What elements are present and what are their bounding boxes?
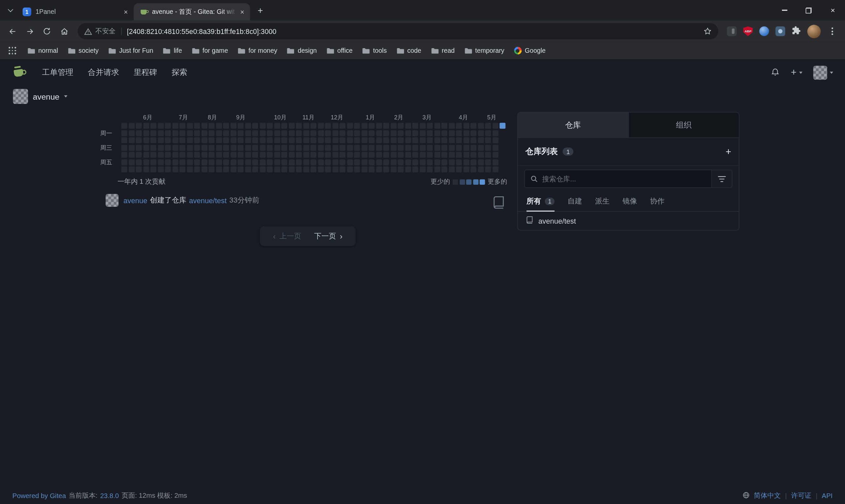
heatmap-cell <box>325 159 331 165</box>
bookmark-item[interactable]: for game <box>187 45 233 57</box>
context-user-switcher[interactable]: avenue <box>13 89 67 104</box>
bookmark-item[interactable]: Just for Fun <box>104 45 158 57</box>
security-chip[interactable]: 不安全 <box>84 27 116 36</box>
adblock-plus-icon[interactable] <box>743 26 753 36</box>
notifications-bell-icon[interactable] <box>771 67 780 78</box>
heatmap-cell <box>245 130 251 136</box>
url-text: [2408:8210:4810:55e0:8a39:b1ff:fe1b:8c0]… <box>127 27 276 35</box>
heatmap-cell <box>485 152 491 158</box>
heatmap-cell <box>485 137 491 143</box>
heatmap-month-label: 11月 <box>302 113 315 121</box>
heatmap-cell <box>288 137 295 143</box>
forward-icon[interactable] <box>21 23 38 39</box>
repo-filter-button[interactable] <box>712 169 733 188</box>
bookmark-item[interactable]: design <box>282 45 322 57</box>
bookmark-item[interactable]: for money <box>233 45 282 57</box>
heatmap-legend-square <box>453 179 458 184</box>
heatmap-legend-square <box>480 179 485 184</box>
heatmap-cell <box>369 137 375 143</box>
browser-tab-1panel[interactable]: 1Panel × <box>17 3 134 20</box>
heatmap-cell <box>143 166 149 172</box>
heatmap-cell <box>420 144 425 150</box>
tab-organizations[interactable]: 组织 <box>628 112 739 137</box>
heatmap-cell <box>362 123 367 129</box>
heatmap-cell <box>136 159 142 165</box>
heatmap-cell <box>230 144 236 150</box>
reload-icon[interactable] <box>39 23 55 39</box>
home-icon[interactable] <box>56 23 72 39</box>
repo-count-badge: 1 <box>562 147 573 155</box>
gitea-nav-item[interactable]: 探索 <box>172 67 187 77</box>
heatmap-cell <box>209 144 214 150</box>
close-tab-icon[interactable]: × <box>121 7 130 17</box>
bookmark-item[interactable]: society <box>63 45 104 57</box>
apps-grid-icon[interactable] <box>8 47 16 54</box>
bookmark-item[interactable]: normal <box>23 45 63 57</box>
repo-filter-tab[interactable]: 协作 <box>650 197 665 211</box>
create-new-button[interactable]: + <box>791 67 803 78</box>
heatmap-cell <box>172 123 178 129</box>
repo-list-item[interactable]: avenue/test <box>518 212 739 230</box>
api-link[interactable]: API <box>822 492 833 499</box>
bookmark-item[interactable]: Google <box>509 45 550 57</box>
bookmark-item[interactable]: life <box>158 45 187 57</box>
heatmap-cell <box>376 159 382 165</box>
heatmap-cell <box>463 144 469 150</box>
repo-filter-tab[interactable]: 所有 1 <box>527 197 554 211</box>
browser-menu-icon[interactable] <box>827 25 838 37</box>
heatmap-cell <box>463 166 469 172</box>
new-repo-button[interactable]: + <box>725 147 731 156</box>
close-tab-icon[interactable]: × <box>237 7 247 17</box>
language-link[interactable]: 简体中文 <box>754 491 781 500</box>
heatmap-cell <box>354 166 360 172</box>
heatmap-cell <box>362 130 367 136</box>
repo-filter-tab[interactable]: 自建 <box>567 197 582 211</box>
bookmark-item[interactable]: office <box>321 45 357 57</box>
browser-tab-gitea[interactable]: avenue - 首页 - Gitea: Git wit × <box>134 3 250 20</box>
next-page-button[interactable]: 下一页 › <box>314 231 342 241</box>
repo-filter-tab[interactable]: 镜像 <box>622 197 637 211</box>
restore-button[interactable] <box>796 0 821 20</box>
tab-repositories[interactable]: 仓库 <box>518 112 628 137</box>
heatmap-cell <box>325 152 331 158</box>
actor-link[interactable]: avenue <box>123 196 147 204</box>
prev-page-button[interactable]: ‹ 上一页 <box>273 231 301 241</box>
user-menu[interactable] <box>813 65 833 79</box>
gitea-logo-icon[interactable] <box>12 64 28 80</box>
gitea-nav-item[interactable]: 工单管理 <box>42 67 73 77</box>
gitea-nav-item[interactable]: 里程碑 <box>134 67 157 77</box>
browser-profile-avatar[interactable] <box>807 24 821 38</box>
extensions-puzzle-icon[interactable] <box>792 26 801 37</box>
bookmark-item[interactable]: temporary <box>459 45 509 57</box>
heatmap-cell <box>340 144 346 150</box>
repo-link[interactable]: avenue/test <box>189 196 227 204</box>
close-window-button[interactable]: × <box>821 0 845 20</box>
bookmark-item[interactable]: code <box>391 45 426 57</box>
bookmark-item[interactable]: tools <box>357 45 391 57</box>
bookmark-item[interactable]: read <box>426 45 459 57</box>
heatmap-cell <box>325 166 331 172</box>
bookmark-star-icon[interactable] <box>703 27 712 36</box>
heatmap-month-label: 1月 <box>366 113 375 121</box>
heatmap-cell <box>194 152 200 158</box>
extension-blue-icon[interactable] <box>759 26 769 36</box>
new-tab-button[interactable]: + <box>253 4 267 17</box>
heatmap-cell <box>470 123 476 129</box>
minimize-button[interactable] <box>772 0 796 20</box>
journal-icon <box>492 196 505 212</box>
powered-by-link[interactable]: Powered by Gitea <box>13 492 66 499</box>
gitea-nav-item[interactable]: 合并请求 <box>88 67 119 77</box>
heatmap-cell <box>434 144 440 150</box>
tab-search-chevron-icon[interactable] <box>4 4 16 16</box>
heatmap-cell <box>209 137 214 143</box>
version-link[interactable]: 23.8.0 <box>100 492 119 499</box>
heatmap-cell <box>209 166 214 172</box>
license-link[interactable]: 许可证 <box>791 491 811 500</box>
heatmap-cell <box>151 159 156 165</box>
side-panel-icon[interactable] <box>727 26 736 36</box>
address-bar[interactable]: 不安全 [2408:8210:4810:55e0:8a39:b1ff:fe1b:… <box>77 23 718 39</box>
repo-filter-tab[interactable]: 派生 <box>595 197 610 211</box>
repo-search-input[interactable] <box>542 175 706 183</box>
back-icon[interactable] <box>4 23 20 39</box>
extension-steel-icon[interactable] <box>775 26 785 36</box>
